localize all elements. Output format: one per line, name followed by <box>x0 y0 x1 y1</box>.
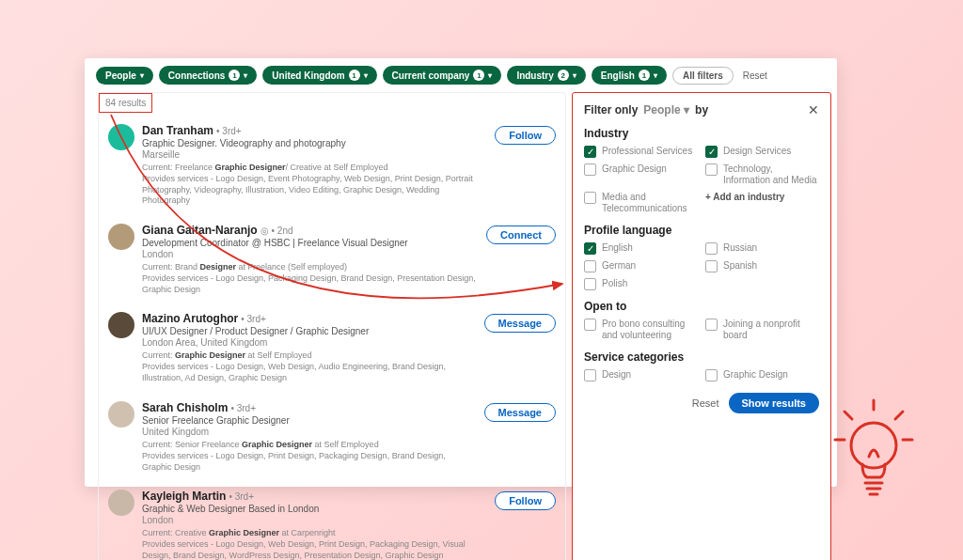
chevron-down-icon: ▾ <box>244 71 247 80</box>
filter-option-label: Graphic Design <box>602 163 667 175</box>
checkbox-icon[interactable]: ✓ <box>584 242 596 255</box>
filter-option-label: Professional Services <box>602 146 692 157</box>
chevron-down-icon: ▾ <box>364 71 368 80</box>
chevron-down-icon: ▾ <box>488 71 492 80</box>
result-main: Mazino Arutoghor • 3rd+ UI/UX Designer /… <box>142 312 477 383</box>
results-count: 84 results <box>99 93 152 113</box>
section-heading: Open to <box>584 300 819 313</box>
result-row[interactable]: Kayleigh Martin • 3rd+ Graphic & Web Des… <box>99 482 565 560</box>
filter-option[interactable]: Spanish <box>705 260 819 272</box>
filter-footer: Reset Show results <box>584 393 819 413</box>
result-action-button[interactable]: Message <box>484 403 556 422</box>
checkbox-icon[interactable] <box>705 319 718 331</box>
checkbox-icon[interactable] <box>584 192 596 204</box>
filter-section-service: Service categories DesignGraphic Design <box>584 350 819 381</box>
result-row[interactable]: Sarah Chisholm • 3rd+ Senior Freelance G… <box>99 394 565 482</box>
filter-option-label: Spanish <box>723 260 757 272</box>
filter-option-label: Graphic Design <box>723 369 788 381</box>
result-row[interactable]: Giana Gaitan-Naranjo ◎ • 2nd Development… <box>99 216 565 304</box>
filter-option[interactable]: Design <box>584 369 698 381</box>
checkbox-icon[interactable]: ✓ <box>584 146 596 158</box>
filter-option-label: Technology, Information and Media <box>723 163 819 186</box>
filter-option[interactable]: Graphic Design <box>705 369 819 381</box>
result-title: Development Coordinator @ HSBC | Freelan… <box>142 238 479 248</box>
filter-option[interactable]: ✓Design Services <box>705 146 819 158</box>
checkbox-icon[interactable] <box>584 278 596 290</box>
result-degree: • 3rd+ <box>216 126 242 136</box>
filter-section-language: Profile language ✓EnglishRussianGermanSp… <box>584 224 819 290</box>
result-action-button[interactable]: Follow <box>495 126 556 145</box>
result-action-button[interactable]: Connect <box>486 226 556 244</box>
pill-industry[interactable]: Industry2▾ <box>507 66 585 85</box>
result-name[interactable]: Giana Gaitan-Naranjo <box>142 224 258 237</box>
filter-option[interactable]: Joining a nonprofit board <box>705 319 819 341</box>
filter-option[interactable]: Media and Telecommunications <box>584 192 698 214</box>
result-location: London <box>142 515 487 525</box>
filter-option[interactable]: Graphic Design <box>584 163 698 186</box>
filter-option[interactable]: Russian <box>705 242 819 255</box>
result-name[interactable]: Kayleigh Martin <box>142 490 226 503</box>
chevron-down-icon: ▾ <box>573 71 576 80</box>
filter-option[interactable]: Polish <box>584 278 698 290</box>
filter-option[interactable]: German <box>584 260 698 272</box>
pill-location[interactable]: United Kingdom1▾ <box>262 66 376 85</box>
result-row[interactable]: Mazino Arutoghor • 3rd+ UI/UX Designer /… <box>99 304 565 393</box>
result-title: UI/UX Designer / Product Designer / Grap… <box>142 326 477 336</box>
filter-option-label: Russian <box>723 242 757 254</box>
filter-option[interactable]: ✓English <box>584 242 698 255</box>
filter-option[interactable]: ✓Professional Services <box>584 146 698 158</box>
result-location: Marseille <box>142 149 487 160</box>
result-action-button[interactable]: Follow <box>495 491 556 510</box>
filter-reset-button[interactable]: Reset <box>692 397 719 409</box>
filter-option-label: Polish <box>602 278 627 289</box>
filter-option[interactable]: Technology, Information and Media <box>705 163 819 186</box>
show-results-button[interactable]: Show results <box>729 393 819 413</box>
filter-pills-bar: People▾ Connections1▾ United Kingdom1▾ C… <box>85 58 837 92</box>
pill-connections[interactable]: Connections1▾ <box>159 66 258 85</box>
reset-link[interactable]: Reset <box>743 70 767 81</box>
result-degree: • 3rd+ <box>241 314 266 324</box>
pill-language[interactable]: English1▾ <box>592 66 667 85</box>
checkbox-icon[interactable]: ✓ <box>705 146 718 158</box>
filter-option[interactable]: Pro bono consulting and volunteering <box>584 319 698 341</box>
add-industry-link[interactable]: + Add an industry <box>705 192 784 203</box>
result-degree: • 3rd+ <box>229 491 254 502</box>
checkbox-icon[interactable] <box>584 260 596 272</box>
checkbox-icon[interactable] <box>584 319 596 331</box>
result-title: Senior Freelance Graphic Designer <box>142 415 477 426</box>
pill-label: English <box>601 70 635 81</box>
checkbox-icon[interactable] <box>705 260 718 272</box>
filter-dropdown[interactable]: People ▾ <box>643 103 689 117</box>
avatar <box>108 224 134 250</box>
svg-line-1 <box>845 412 852 419</box>
filter-section-open-to: Open to Pro bono consulting and voluntee… <box>584 300 819 341</box>
result-name[interactable]: Sarah Chisholm <box>142 401 228 414</box>
close-icon[interactable]: ✕ <box>808 102 819 117</box>
result-services: Provides services - Logo Design, Event P… <box>142 174 487 207</box>
section-heading: Profile language <box>584 224 819 237</box>
result-name[interactable]: Dan Tranham <box>142 124 213 137</box>
checkbox-icon[interactable] <box>705 163 718 176</box>
checkbox-icon[interactable] <box>584 163 596 176</box>
checkbox-icon[interactable] <box>705 242 718 255</box>
result-services: Provides services - Logo Design, Print D… <box>142 451 477 473</box>
result-degree: ◎ • 2nd <box>260 226 293 236</box>
result-location: London <box>142 249 479 259</box>
pill-current-company[interactable]: Current company1▾ <box>383 66 502 85</box>
lightbulb-icon <box>831 398 916 502</box>
result-action-button[interactable]: Message <box>484 314 556 333</box>
checkbox-icon[interactable] <box>705 369 718 381</box>
pill-badge: 1 <box>229 70 240 81</box>
pill-people[interactable]: People▾ <box>96 67 153 85</box>
filter-panel-title: Filter only <box>584 103 638 117</box>
pill-badge: 2 <box>558 70 569 81</box>
result-name[interactable]: Mazino Arutoghor <box>142 312 238 325</box>
svg-point-5 <box>851 423 896 468</box>
result-current: Current: Creative Graphic Designer at Ca… <box>142 528 487 537</box>
result-degree: • 3rd+ <box>230 403 256 413</box>
result-row[interactable]: Dan Tranham • 3rd+ Graphic Designer. Vid… <box>99 117 565 216</box>
checkbox-icon[interactable] <box>584 369 596 381</box>
pill-badge: 1 <box>473 70 484 81</box>
filter-option-label: Joining a nonprofit board <box>723 319 819 341</box>
all-filters-button[interactable]: All filters <box>672 67 734 85</box>
